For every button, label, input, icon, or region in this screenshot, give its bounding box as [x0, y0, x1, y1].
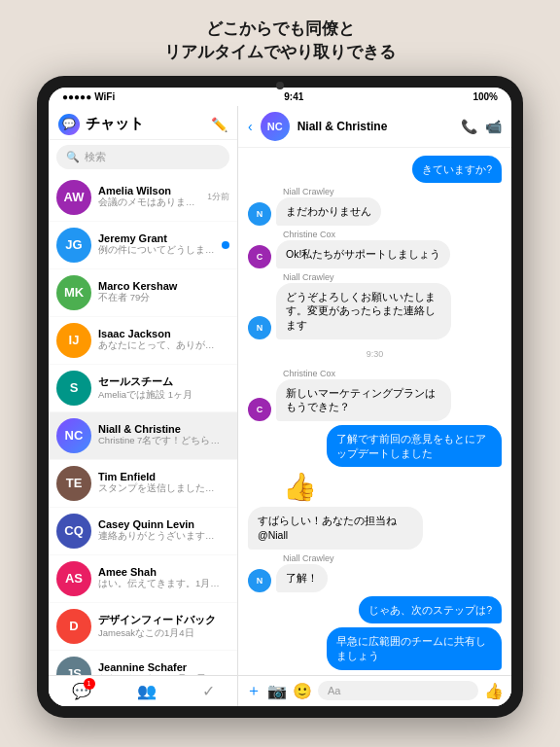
video-icon[interactable]: 📹 — [485, 119, 502, 134]
chat-name: セールスチーム — [98, 374, 223, 389]
thumbs-up-send[interactable]: 👍 — [484, 682, 504, 700]
chat-info: Isaac Jackson あなたにとって、ありがとう 8:24 — [98, 328, 223, 352]
chat-item[interactable]: AS Amee Shah はい。伝えてきます。1月6日 — [49, 555, 237, 603]
compose-input[interactable]: Aa — [318, 681, 478, 700]
chat-name: Isaac Jackson — [98, 328, 223, 339]
time-divider: 9:30 — [248, 349, 502, 359]
chat-info: Niall & Christine Christine 7名です！どちらから私の… — [98, 423, 223, 447]
search-icon: 🔍 — [66, 151, 80, 163]
tablet-frame: ●●●●● WiFi 9:41 100% 💬 チャット ✏️ — [37, 76, 523, 718]
chat-preview: はい。伝えてきます。1月6日 — [98, 578, 223, 590]
chat-item[interactable]: S セールスチーム Ameliaでは施設 1ヶ月 — [49, 365, 237, 412]
chat-list-header: 💬 チャット ✏️ — [49, 106, 237, 140]
message-bubble: まだわかりません — [276, 197, 381, 226]
chat-item[interactable]: AW Amelia Wilson 会議のメモはありますか? 1分前 — [49, 174, 237, 222]
chat-item[interactable]: CQ Casey Quinn Levin 連絡ありがとうざいます。1月19日 — [49, 508, 237, 555]
messenger-logo: 💬 — [58, 114, 80, 135]
nav-active-icon[interactable]: ✓ — [202, 682, 215, 700]
chat-preview: あなたにとって、ありがとう 8:24 — [98, 339, 223, 352]
chat-preview: Ameliaでは施設 1ヶ月 — [98, 389, 223, 402]
chat-item[interactable]: D デザインフィードバック Jamesakなこの1月4日 — [49, 603, 237, 651]
search-bar[interactable]: 🔍 検索 — [56, 145, 229, 169]
msg-row: C新しいマーケティングプランはもうできた？ — [248, 379, 502, 421]
msg-avatar: N — [248, 316, 271, 339]
chat-list-scroll[interactable]: AW Amelia Wilson 会議のメモはありますか? 1分前 JG Jer… — [49, 174, 237, 675]
chat-name: Jeremy Grant — [98, 232, 215, 244]
chat-info: セールスチーム Ameliaでは施設 1ヶ月 — [98, 374, 223, 402]
nav-chats-icon[interactable]: 💬 1 — [72, 682, 91, 700]
app-content: 💬 チャット ✏️ 🔍 検索 AW Amelia Wilson 会議のメモはあり… — [49, 106, 511, 706]
msg-row: 早急に広範囲のチームに共有しましょう — [248, 627, 502, 669]
chat-item[interactable]: MK Marco Kershaw 不在者 79分 — [49, 269, 237, 317]
msg-avatar: C — [248, 398, 271, 421]
avatar: CQ — [56, 514, 91, 549]
chat-preview: Jamesakなこの1月4日 — [98, 627, 223, 640]
message-bubble: きていますか? — [412, 156, 502, 184]
chat-info: Amee Shah はい。伝えてきます。1月6日 — [98, 566, 223, 590]
message-wrapper: Niall CrawleyNまだわかりません — [248, 187, 502, 226]
message-wrapper: すばらしい！あなたの担当ね@Niall — [248, 507, 502, 549]
call-icon[interactable]: 📞 — [461, 119, 477, 134]
avatar: AW — [56, 180, 91, 215]
message-bubble: Ok!私たちがサポートしましょう — [276, 240, 450, 268]
chat-time: 1分前 — [207, 192, 229, 203]
message-wrapper: Christine CoxCOk!私たちがサポートしましょう — [248, 230, 502, 268]
message-wrapper: きていますか? — [248, 156, 502, 184]
message-bubble: 了解！ — [276, 564, 328, 592]
camera-icon[interactable]: 📷 — [267, 682, 287, 700]
avatar: TE — [56, 466, 91, 501]
chat-info: Jeannine Schafer なな：おかわ：12月21日 — [98, 661, 223, 675]
unread-dot — [222, 241, 229, 249]
compose-bar: ＋ 📷 🙂 Aa 👍 — [238, 675, 511, 706]
chat-info: デザインフィードバック Jamesakなこの1月4日 — [98, 613, 223, 640]
chat-item[interactable]: JG Jeremy Grant 例の件についてどうしま… — [49, 222, 237, 269]
conv-header: ‹ NC Niall & Christine 📞 📹 — [238, 106, 511, 148]
msg-row: Nどうぞよろしくお願いいたします。変更があったらまた連絡します — [248, 283, 502, 339]
compose-new-icon[interactable]: ✏️ — [211, 117, 228, 132]
avatar: AS — [56, 561, 91, 596]
conv-title: Niall & Christine — [298, 120, 453, 133]
msg-avatar: C — [248, 245, 271, 268]
chat-preview: 会議のメモはありますか? — [98, 196, 200, 209]
back-button[interactable]: ‹ — [248, 119, 253, 134]
chat-item[interactable]: TE Tim Enfield スタンプを送信しました。月 — [49, 460, 237, 508]
signal-strength: ●●●●● — [62, 91, 91, 102]
chat-badge: 1 — [84, 678, 95, 690]
chat-info: Amelia Wilson 会議のメモはありますか? — [98, 185, 200, 209]
emoji-icon[interactable]: 🙂 — [293, 682, 312, 700]
message-wrapper: Niall CrawleyNどうぞよろしくお願いいたします。変更があったらまた連… — [248, 272, 502, 339]
conversation-panel: ‹ NC Niall & Christine 📞 📹 きていますか?Niall … — [238, 106, 511, 706]
chat-name: Marco Kershaw — [98, 280, 223, 292]
messages-area[interactable]: きていますか?Niall CrawleyNまだわかりませんChristine C… — [238, 148, 511, 675]
chat-name: Casey Quinn Levin — [98, 518, 223, 530]
chat-item[interactable]: IJ Isaac Jackson あなたにとって、ありがとう 8:24 — [49, 317, 237, 365]
plus-icon[interactable]: ＋ — [246, 681, 262, 701]
tablet-screen: ●●●●● WiFi 9:41 100% 💬 チャット ✏️ — [49, 88, 511, 706]
avatar: D — [56, 609, 91, 644]
message-bubble: どうぞよろしくお願いいたします。変更があったらまた連絡します — [276, 283, 451, 339]
chat-preview: 例の件についてどうしま… — [98, 244, 215, 257]
chat-preview: スタンプを送信しました。月 — [98, 482, 223, 495]
conv-avatar: NC — [261, 112, 290, 141]
nav-people-icon[interactable]: 👥 — [137, 682, 157, 700]
chat-item[interactable]: JS Jeannine Schafer なな：おかわ：12月21日 — [49, 651, 237, 675]
msg-avatar: N — [248, 569, 271, 592]
message-wrapper: じゃあ、次のステップは? — [248, 596, 502, 624]
chat-name: Jeannine Schafer — [98, 661, 223, 673]
chat-info: Casey Quinn Levin 連絡ありがとうざいます。1月19日 — [98, 518, 223, 543]
chat-item[interactable]: NC Niall & Christine Christine 7名です！どちらか… — [49, 412, 237, 460]
msg-row: すばらしい！あなたの担当ね@Niall — [248, 507, 502, 549]
chat-list-title: 💬 チャット — [58, 114, 144, 135]
msg-row: COk!私たちがサポートしましょう — [248, 240, 502, 268]
avatar: JG — [56, 228, 91, 263]
msg-row: N了解！ — [248, 564, 502, 592]
msg-row: Nまだわかりません — [248, 197, 502, 226]
app-banner: どこからでも同僚と リアルタイムでやり取りできる — [0, 0, 560, 76]
message-bubble: すばらしい！あなたの担当ね@Niall — [248, 507, 423, 549]
thumbs-up-message: 👍 — [283, 471, 502, 503]
message-bubble: 新しいマーケティングプランはもうできた？ — [276, 379, 451, 421]
chat-list-panel: 💬 チャット ✏️ 🔍 検索 AW Amelia Wilson 会議のメモはあり… — [49, 106, 238, 706]
message-wrapper: 早急に広範囲のチームに共有しましょう — [248, 627, 502, 669]
chat-preview: 不在者 79分 — [98, 292, 223, 304]
chat-meta — [222, 241, 229, 249]
